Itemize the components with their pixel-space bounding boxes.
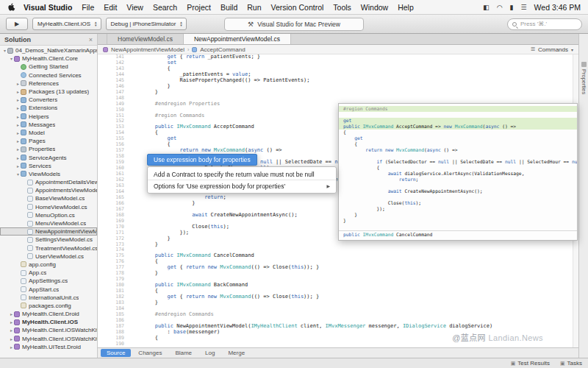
quick-fix-selected-item[interactable]: Use expression body for properties xyxy=(147,154,257,166)
tree-item-services[interactable]: ▸Services xyxy=(0,162,97,170)
quick-fix-item-add-a-contract-to-specify-the-[interactable]: Add a Contract to specify the return val… xyxy=(148,169,336,180)
menu-item-project[interactable]: Project xyxy=(187,3,211,12)
menu-bar-clock[interactable]: Wed 3:46 PM xyxy=(534,3,581,12)
target-selector[interactable]: MyHealth.Client.iOS ▲▼ xyxy=(32,18,101,30)
notification-center-icon[interactable]: ☰ xyxy=(521,4,527,11)
disclosure-closed-icon[interactable]: ▸ xyxy=(15,146,21,152)
tree-item-baseviewmodel-cs[interactable]: BaseViewModel.cs xyxy=(0,194,97,202)
disclosure-closed-icon[interactable]: ▸ xyxy=(15,97,21,102)
menu-item-view[interactable]: View xyxy=(126,3,143,12)
tree-item-menuviewmodel-cs[interactable]: MenuViewModel.cs xyxy=(0,219,97,227)
view-tab-merge[interactable]: Merge xyxy=(222,349,251,357)
menu-item-visual-studio[interactable]: Visual Studio xyxy=(24,3,72,12)
disclosure-closed-icon[interactable]: ▸ xyxy=(9,319,14,325)
tree-item-treatmentviewmodel-cs[interactable]: TreatmentViewModel.cs xyxy=(0,244,97,252)
disclosure-closed-icon[interactable]: ▸ xyxy=(9,336,14,342)
code-line-146[interactable]: 146 } xyxy=(98,84,578,90)
menu-item-edit[interactable]: Edit xyxy=(104,3,117,12)
close-pad-icon[interactable]: × xyxy=(89,36,93,43)
view-tab-source[interactable]: Source xyxy=(101,349,131,357)
disclosure-closed-icon[interactable]: ▸ xyxy=(15,114,21,119)
disclosure-closed-icon[interactable]: ▸ xyxy=(9,311,14,316)
tree-item-newappointmentviewmodel-cs[interactable]: NewAppointmentViewModel.cs xyxy=(0,227,97,236)
disclosure-closed-icon[interactable]: ▸ xyxy=(9,328,14,333)
tree-item-appstart-cs[interactable]: AppStart.cs xyxy=(0,285,97,293)
tree-item-myhealth-uitest-droid[interactable]: ▸MyHealth.UITest.Droid xyxy=(0,343,97,351)
members-dropdown[interactable]: ☰ Commands ▾ xyxy=(531,46,573,53)
tree-item-menuoption-cs[interactable]: MenuOption.cs xyxy=(0,211,97,219)
menu-item-window[interactable]: Window xyxy=(361,3,388,12)
menu-item-file[interactable]: File xyxy=(82,3,94,12)
tree-item-userviewmodel-cs[interactable]: UserViewModel.cs xyxy=(0,252,97,261)
control-center-icon[interactable]: ◧ xyxy=(483,4,490,11)
tree-item-packages-13-updates[interactable]: ▸Packages (13 updates) xyxy=(0,88,97,96)
run-button[interactable]: ▶ xyxy=(6,18,28,30)
disclosure-closed-icon[interactable]: ▸ xyxy=(15,81,21,86)
tree-item-myhealth-client-ioswatchkitextension[interactable]: ▸MyHealth.Client.iOSWatchKitExtension xyxy=(0,335,97,343)
tree-item-model[interactable]: ▸Model xyxy=(0,129,97,137)
breadcrumb-member[interactable]: AcceptCommand xyxy=(200,46,245,53)
tree-item-connected-services[interactable]: Connected Services xyxy=(0,71,97,79)
disclosure-closed-icon[interactable]: ▸ xyxy=(15,105,21,110)
tree-item-packages-config[interactable]: packages.config xyxy=(0,302,97,310)
tree-item-myhealth-client-core[interactable]: ▾MyHealth.Client.Core xyxy=(0,54,97,63)
tree-item-appsettings-cs[interactable]: AppSettings.cs xyxy=(0,277,97,285)
view-tab-blame[interactable]: Blame xyxy=(169,349,198,357)
disclosure-closed-icon[interactable]: ▸ xyxy=(15,130,21,135)
disclosure-closed-icon[interactable]: ▸ xyxy=(15,138,21,144)
disclosure-closed-icon[interactable]: ▸ xyxy=(9,344,14,350)
menu-item-search[interactable]: Search xyxy=(153,3,177,12)
editor-tab-newappointmentviewmodel-cs[interactable]: NewAppointmentViewModel.cs xyxy=(184,34,291,44)
tree-item-converters[interactable]: ▸Converters xyxy=(0,96,97,104)
tree-item-getting-started[interactable]: Getting Started xyxy=(0,63,97,71)
menu-item-help[interactable]: Help xyxy=(398,3,414,12)
tree-item-internationalunit-cs[interactable]: InternationalUnit.cs xyxy=(0,294,97,302)
tree-item-messages[interactable]: ▸Messages xyxy=(0,121,97,129)
apple-menu[interactable] xyxy=(7,2,15,12)
wifi-icon[interactable]: ◠ xyxy=(497,4,503,11)
code-line-178[interactable]: 178 } xyxy=(98,271,578,277)
status-tasks[interactable]: ▣Tasks xyxy=(560,360,582,367)
disclosure-closed-icon[interactable]: ▸ xyxy=(15,122,21,127)
code-line-182[interactable]: 182 get { return new MvxCommand(() => Cl… xyxy=(98,294,578,300)
quick-fix-item-options-for-use-expression-bod[interactable]: Options for 'Use expression body for pro… xyxy=(148,180,336,191)
search-field[interactable]: Press '⌘.' xyxy=(507,18,582,30)
tree-item-app-cs[interactable]: App.cs xyxy=(0,269,97,277)
code-line-175[interactable]: 175 public IMvxCommand CancelCommand xyxy=(98,253,578,259)
tree-item-references[interactable]: ▸References xyxy=(0,79,97,88)
code-line-173[interactable]: 173 } xyxy=(98,242,578,248)
tree-item-appointmentdetailsviewmodel-cs[interactable]: AppointmentDetailsViewModel.cs xyxy=(0,178,97,186)
config-selector[interactable]: Debug | iPhoneSimulator ▲▼ xyxy=(106,18,187,30)
status-notification-pill[interactable]: ⚒ Visual Studio for Mac Preview xyxy=(224,18,364,31)
tree-item-extensions[interactable]: ▸Extensions xyxy=(0,104,97,112)
view-tab-changes[interactable]: Changes xyxy=(132,349,168,357)
code-line-147[interactable]: 147 } xyxy=(98,90,578,96)
code-line-177[interactable]: 177 get { return new MvxCommand(() => Cl… xyxy=(98,265,578,271)
disclosure-closed-icon[interactable]: ▸ xyxy=(15,89,21,94)
tree-item-homeviewmodel-cs[interactable]: HomeViewModel.cs xyxy=(0,203,97,211)
disclosure-closed-icon[interactable]: ▸ xyxy=(15,163,21,169)
code-line-183[interactable]: 183 } xyxy=(98,300,578,306)
code-line-185[interactable]: 185 #endregion Commands xyxy=(98,312,578,318)
properties-pad-tab[interactable]: Properties xyxy=(581,62,587,94)
tree-item-myhealth-client-ios[interactable]: ▸MyHealth.Client.iOS xyxy=(0,318,97,326)
status-test-results[interactable]: ▣Test Results xyxy=(511,360,550,367)
tree-item-serviceagents[interactable]: ▸ServiceAgents xyxy=(0,153,97,161)
menu-item-run[interactable]: Run xyxy=(247,3,261,12)
tree-item-appointmentsviewmodel-cs[interactable]: AppointmentsViewModel.cs xyxy=(0,186,97,194)
disclosure-open-icon[interactable]: ▾ xyxy=(15,171,21,177)
battery-icon[interactable]: ▮ xyxy=(510,4,514,11)
tree-item-viewmodels[interactable]: ▾ViewModels xyxy=(0,170,97,178)
menu-item-build[interactable]: Build xyxy=(220,3,237,12)
disclosure-closed-icon[interactable]: ▸ xyxy=(15,155,21,160)
tree-item-04-demos-nativexamarinapps-master[interactable]: ▾04_Demos_NativeXamarinApps (master) xyxy=(0,46,97,54)
tree-item-pages[interactable]: ▸Pages xyxy=(0,137,97,145)
breadcrumb-class[interactable]: NewAppointmentViewModel xyxy=(111,46,184,53)
tree-item-helpers[interactable]: ▸Helpers xyxy=(0,113,97,121)
disclosure-open-icon[interactable]: ▾ xyxy=(9,56,14,61)
tree-item-myhealth-client-droid[interactable]: ▸MyHealth.Client.Droid xyxy=(0,310,97,318)
tree-item-settingsviewmodel-cs[interactable]: SettingsViewModel.cs xyxy=(0,236,97,244)
code-line-180[interactable]: 180 public IMvxCommand BackCommand xyxy=(98,283,578,289)
view-tab-log[interactable]: Log xyxy=(199,349,220,357)
editor-tab-homeviewmodel-cs[interactable]: HomeViewModel.cs xyxy=(107,34,184,44)
